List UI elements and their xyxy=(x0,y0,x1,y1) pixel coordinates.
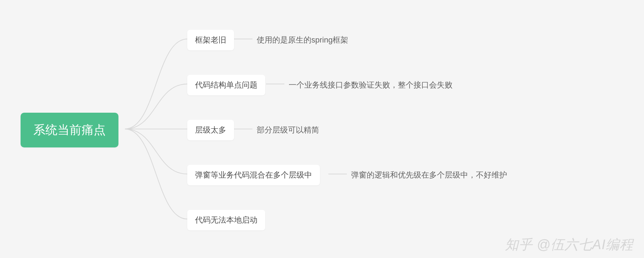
detail-text: 一个业务线接口参数验证失败，整个接口会失败 xyxy=(289,80,453,89)
detail-text: 弹窗的逻辑和优先级在多个层级中，不好维护 xyxy=(351,170,507,179)
mindmap-canvas: 系统当前痛点 框架老旧 使用的是原生的spring框架 代码结构单点问题 一个业… xyxy=(0,0,644,258)
branch-label: 弹窗等业务代码混合在多个层级中 xyxy=(195,170,312,179)
root-node[interactable]: 系统当前痛点 xyxy=(21,113,118,147)
branch-detail-3: 弹窗的逻辑和优先级在多个层级中，不好维护 xyxy=(351,165,507,185)
branch-detail-0: 使用的是原生的spring框架 xyxy=(257,30,348,50)
branch-node-2[interactable]: 层级太多 xyxy=(187,120,234,140)
detail-text: 部分层级可以精简 xyxy=(257,125,319,134)
detail-text: 使用的是原生的spring框架 xyxy=(257,35,348,44)
branch-detail-2: 部分层级可以精简 xyxy=(257,120,319,140)
branch-label: 代码无法本地启动 xyxy=(195,215,257,224)
branch-node-1[interactable]: 代码结构单点问题 xyxy=(187,75,265,95)
branch-node-3[interactable]: 弹窗等业务代码混合在多个层级中 xyxy=(187,165,320,185)
root-label: 系统当前痛点 xyxy=(33,123,106,136)
branch-node-4[interactable]: 代码无法本地启动 xyxy=(187,210,265,230)
branch-label: 代码结构单点问题 xyxy=(195,80,257,89)
branch-label: 层级太多 xyxy=(195,125,226,134)
branch-label: 框架老旧 xyxy=(195,35,226,44)
watermark-text: 知乎 @伍六七AI编程 xyxy=(505,236,633,254)
branch-node-0[interactable]: 框架老旧 xyxy=(187,30,234,50)
branch-detail-1: 一个业务线接口参数验证失败，整个接口会失败 xyxy=(289,75,453,95)
